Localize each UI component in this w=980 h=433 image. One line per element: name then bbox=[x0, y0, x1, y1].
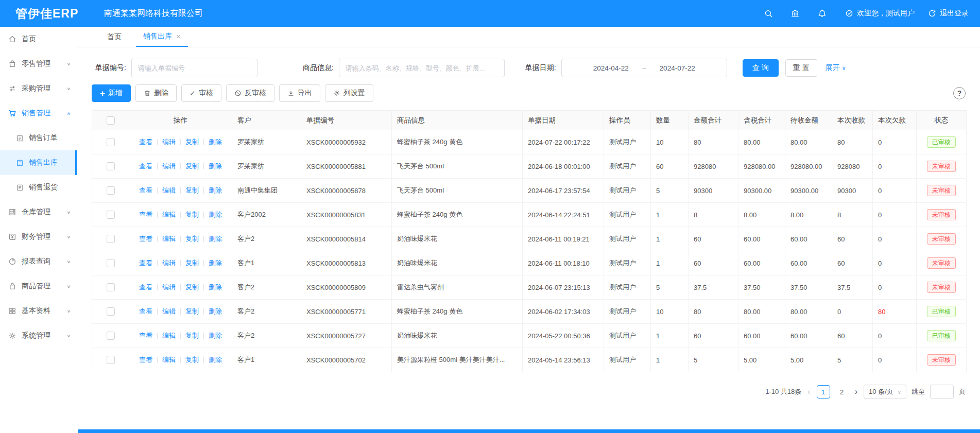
date-range-picker[interactable]: 2024-04-22 ~ 2024-07-22 bbox=[561, 59, 727, 77]
help-icon[interactable]: ? bbox=[953, 87, 966, 99]
row-checkbox[interactable] bbox=[107, 356, 115, 364]
row-checkbox[interactable] bbox=[107, 235, 115, 243]
sidebar-item-sales-order[interactable]: 销售订单 bbox=[0, 126, 77, 150]
select-all-checkbox[interactable] bbox=[107, 116, 115, 125]
view-link[interactable]: 查看 bbox=[139, 258, 152, 268]
sidebar-item-sales[interactable]: 销售管理 ∧ bbox=[0, 101, 77, 126]
delete-link[interactable]: 删除 bbox=[209, 355, 222, 365]
row-checkbox[interactable] bbox=[107, 307, 115, 316]
cell-qty: 1 bbox=[651, 348, 689, 372]
row-checkbox[interactable] bbox=[107, 186, 115, 195]
table-row: 查看 编辑 复制 删除 客户2 XSCK00000005809 雷达杀虫气雾剂 … bbox=[92, 275, 967, 300]
row-checkbox[interactable] bbox=[107, 162, 115, 170]
view-link[interactable]: 查看 bbox=[139, 137, 152, 147]
jump-label: 跳至 bbox=[912, 387, 925, 396]
copy-link[interactable]: 复制 bbox=[185, 331, 199, 340]
delete-link[interactable]: 删除 bbox=[209, 210, 222, 219]
user-welcome[interactable]: 欢迎您，测试用户 bbox=[845, 6, 915, 21]
edit-link[interactable]: 编辑 bbox=[162, 331, 176, 340]
sidebar-item-basic-data[interactable]: 基本资料 ∨ bbox=[0, 299, 77, 323]
jump-page-input[interactable] bbox=[930, 385, 954, 399]
sidebar-item-reports[interactable]: 报表查询 ∨ bbox=[0, 249, 77, 274]
sidebar-item-home[interactable]: 首页 bbox=[0, 27, 77, 51]
search-icon[interactable] bbox=[759, 6, 778, 21]
sidebar-item-retail[interactable]: 零售管理 ∨ bbox=[0, 51, 77, 76]
notification-bell-icon[interactable] bbox=[812, 6, 832, 21]
tab-sales-outbound[interactable]: 销售出库 × bbox=[136, 27, 188, 47]
sidebar-item-sales-return[interactable]: 销售退货 bbox=[0, 175, 77, 200]
date-end-value[interactable]: 2024-07-22 bbox=[660, 64, 695, 72]
sidebar-item-sales-outbound[interactable]: 销售出库 bbox=[0, 150, 77, 175]
unaudit-button[interactable]: 反审核 bbox=[226, 84, 274, 102]
view-link[interactable]: 查看 bbox=[139, 186, 152, 195]
edit-link[interactable]: 编辑 bbox=[162, 137, 176, 147]
edit-link[interactable]: 编辑 bbox=[162, 234, 176, 244]
edit-link[interactable]: 编辑 bbox=[162, 186, 176, 195]
page-button-1[interactable]: 1 bbox=[817, 385, 830, 399]
row-checkbox[interactable] bbox=[107, 332, 115, 340]
view-link[interactable]: 查看 bbox=[139, 331, 152, 340]
row-checkbox[interactable] bbox=[107, 138, 115, 146]
prev-page-icon[interactable]: ‹ bbox=[806, 387, 811, 396]
copy-link[interactable]: 复制 bbox=[185, 234, 199, 244]
view-link[interactable]: 查看 bbox=[139, 283, 152, 292]
delete-link[interactable]: 删除 bbox=[209, 283, 222, 292]
view-link[interactable]: 查看 bbox=[139, 234, 152, 244]
row-checkbox[interactable] bbox=[107, 259, 115, 267]
row-checkbox[interactable] bbox=[107, 211, 115, 219]
view-link[interactable]: 查看 bbox=[139, 210, 152, 219]
copy-link[interactable]: 复制 bbox=[185, 186, 199, 195]
copy-link[interactable]: 复制 bbox=[185, 137, 199, 147]
logout-button[interactable]: 退出登录 bbox=[928, 6, 969, 21]
delete-link[interactable]: 删除 bbox=[209, 258, 222, 268]
delete-link[interactable]: 删除 bbox=[209, 186, 222, 195]
view-link[interactable]: 查看 bbox=[139, 162, 152, 171]
audit-button[interactable]: ✓ 审核 bbox=[181, 84, 221, 102]
horizontal-scrollbar[interactable] bbox=[78, 429, 980, 433]
column-settings-button[interactable]: 列设置 bbox=[325, 84, 373, 102]
tab-home[interactable]: 首页 bbox=[100, 27, 129, 47]
date-start-value[interactable]: 2024-04-22 bbox=[593, 64, 629, 72]
edit-link[interactable]: 编辑 bbox=[162, 355, 176, 365]
copy-link[interactable]: 复制 bbox=[185, 210, 199, 219]
view-link[interactable]: 查看 bbox=[139, 307, 152, 316]
delete-button[interactable]: 删除 bbox=[135, 84, 177, 102]
sidebar-item-finance[interactable]: 财务管理 ∨ bbox=[0, 224, 77, 249]
delete-link[interactable]: 删除 bbox=[209, 162, 222, 171]
edit-link[interactable]: 编辑 bbox=[162, 162, 176, 171]
add-button[interactable]: + 新增 bbox=[92, 84, 131, 102]
product-info-input[interactable] bbox=[339, 59, 505, 77]
delete-link[interactable]: 删除 bbox=[209, 234, 222, 244]
delete-link[interactable]: 删除 bbox=[209, 137, 222, 147]
expand-toggle[interactable]: 展开 ∨ bbox=[826, 63, 846, 73]
edit-link[interactable]: 编辑 bbox=[162, 307, 176, 316]
sidebar-item-warehouse[interactable]: 仓库管理 ∨ bbox=[0, 200, 77, 224]
search-button[interactable]: 查询 bbox=[743, 59, 779, 77]
copy-link[interactable]: 复制 bbox=[185, 162, 199, 171]
copy-link[interactable]: 复制 bbox=[185, 258, 199, 268]
page-button-2[interactable]: 2 bbox=[835, 385, 849, 399]
reset-button[interactable]: 重置 bbox=[785, 59, 817, 77]
edit-link[interactable]: 编辑 bbox=[162, 210, 176, 219]
edit-link[interactable]: 编辑 bbox=[162, 258, 176, 268]
tab-bar: 首页 销售出库 × bbox=[77, 27, 980, 47]
edit-link[interactable]: 编辑 bbox=[162, 283, 176, 292]
view-link[interactable]: 查看 bbox=[139, 355, 152, 365]
sidebar-item-purchase[interactable]: 采购管理 ∨ bbox=[0, 76, 77, 101]
row-checkbox[interactable] bbox=[107, 283, 115, 291]
close-icon[interactable]: × bbox=[176, 32, 181, 41]
delete-link[interactable]: 删除 bbox=[209, 331, 222, 340]
copy-link[interactable]: 复制 bbox=[185, 283, 199, 292]
export-button[interactable]: 导出 bbox=[279, 84, 320, 102]
cell-actions: 查看 编辑 复制 删除 bbox=[129, 227, 232, 251]
bill-no-input[interactable] bbox=[131, 59, 257, 77]
copy-link[interactable]: 复制 bbox=[185, 355, 199, 365]
page-size-select[interactable]: 10 条/页 ∨ bbox=[864, 385, 906, 399]
bank-icon[interactable] bbox=[785, 6, 805, 21]
copy-link[interactable]: 复制 bbox=[185, 307, 199, 316]
delete-link[interactable]: 删除 bbox=[209, 307, 222, 316]
next-page-icon[interactable]: › bbox=[854, 387, 858, 396]
sidebar-item-goods[interactable]: 商品管理 ∨ bbox=[0, 274, 77, 299]
sidebar-item-system[interactable]: 系统管理 ∨ bbox=[0, 323, 77, 348]
action-separator bbox=[180, 212, 181, 218]
